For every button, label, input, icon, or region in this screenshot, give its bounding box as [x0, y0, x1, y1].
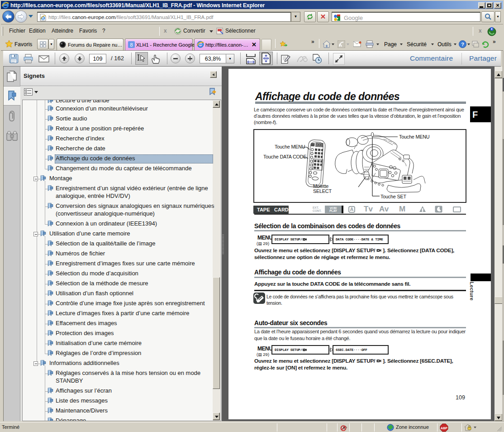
svg-text:ABP: ABP [441, 427, 447, 430]
svg-text:?: ? [461, 42, 464, 47]
svg-text:8: 8 [130, 42, 133, 48]
